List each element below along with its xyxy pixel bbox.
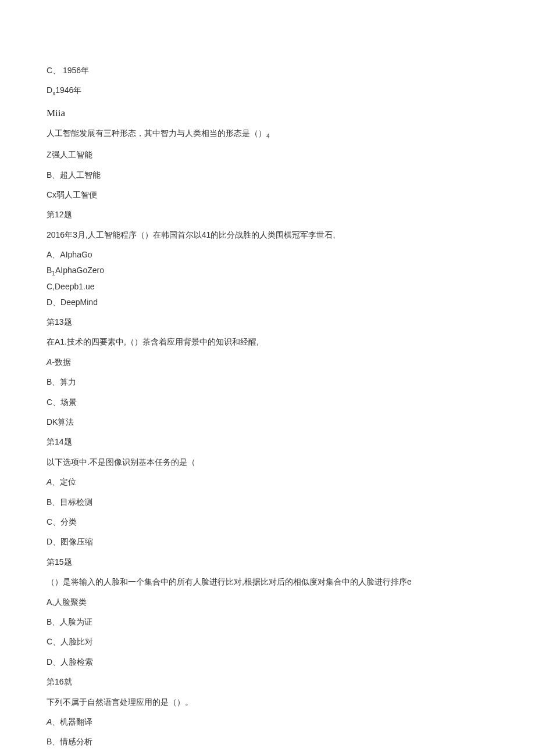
q16-a-letter: A bbox=[47, 717, 52, 726]
option-c: C、 1956年 bbox=[47, 64, 488, 77]
q15-option-b: B、人脸为证 bbox=[47, 615, 488, 628]
question-16-stem: 下列不属于自然语言处理应用的是（）。 bbox=[47, 696, 488, 708]
q16-option-a: A、机器翻译 bbox=[47, 715, 488, 728]
question-15-stem: （）是将输入的人脸和一个集合中的所有人脸进行比对,根据比对后的相似度对集合中的人… bbox=[47, 575, 488, 588]
q11-option-a: Z强人工智能 bbox=[47, 148, 488, 161]
question-13-stem: 在A1.技术的四要素中,（）茶含着应用背景中的知识和经醒, bbox=[47, 335, 488, 348]
question-11-sub: 4 bbox=[266, 133, 270, 139]
question-12-stem: 2016年3月,人工智能程序（）在韩国首尔以41的比分战胜的人类围棋冠军李世石, bbox=[47, 228, 488, 241]
q11-option-c: Cx弱人工智便 bbox=[47, 188, 488, 201]
q13-a-text: 数据 bbox=[55, 357, 71, 367]
question-15-header: 第15题 bbox=[47, 556, 488, 568]
q14-a-letter: A bbox=[47, 477, 52, 486]
q13-option-c: C、场景 bbox=[47, 396, 488, 409]
question-11-text: 人工智能发展有三种形态，其中智力与人类相当的形态是（） bbox=[47, 128, 266, 138]
q13-option-d: DK算法 bbox=[47, 415, 488, 428]
q11-option-b: B、超人工智能 bbox=[47, 169, 488, 181]
question-13-header: 第13题 bbox=[47, 316, 488, 328]
q15-option-a: A,人脸聚类 bbox=[47, 596, 488, 608]
q13-a-letter: A- bbox=[47, 357, 55, 367]
q13-option-b: B、算力 bbox=[47, 375, 488, 388]
heading-miia: Miia bbox=[47, 105, 488, 121]
q13-option-a: A-数据 bbox=[47, 356, 488, 368]
q12-b-letter: B bbox=[47, 266, 52, 275]
q12-option-d: D、DeepMind bbox=[47, 296, 488, 309]
question-12-header: 第12题 bbox=[47, 208, 488, 221]
question-14-stem: 以下选项中.不是图像识别基本任务的是（ bbox=[47, 456, 488, 468]
q15-option-d: D、人脸检索 bbox=[47, 655, 488, 668]
question-14-header: 第14题 bbox=[47, 435, 488, 448]
option-d-text: 1946年 bbox=[55, 85, 81, 95]
q12-option-c: C,Deepb1.ue bbox=[47, 280, 488, 293]
q12-option-a: A、AIphaGo bbox=[47, 248, 488, 261]
option-d: Dx1946年 bbox=[47, 84, 488, 98]
q14-option-c: C、分类 bbox=[47, 515, 488, 528]
q15-option-c: C、人脸比对 bbox=[47, 635, 488, 648]
q14-option-a: A、定位 bbox=[47, 475, 488, 488]
q14-option-d: D、图像压缩 bbox=[47, 535, 488, 548]
option-d-letter: D bbox=[47, 85, 52, 95]
q16-option-b: B、情感分析 bbox=[47, 735, 488, 748]
q12-b-text: AIphaGoZero bbox=[55, 266, 104, 275]
question-11-stem: 人工智能发展有三种形态，其中智力与人类相当的形态是（）4 bbox=[47, 127, 488, 141]
q14-a-text: 、定位 bbox=[52, 477, 76, 486]
q14-option-b: B、目标桧测 bbox=[47, 496, 488, 508]
q16-a-text: 、机器翻译 bbox=[52, 717, 92, 726]
q12-option-b: B1AIphaGoZero bbox=[47, 264, 488, 278]
question-16-header: 第16就 bbox=[47, 675, 488, 688]
